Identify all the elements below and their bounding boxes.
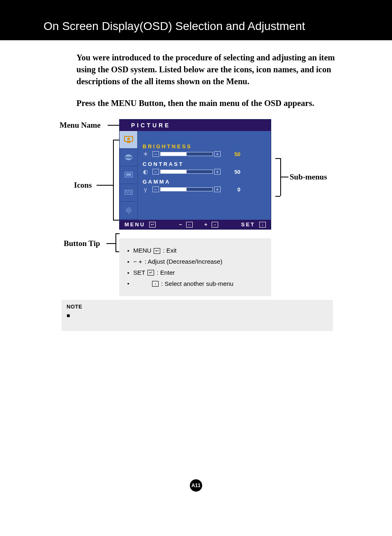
osd-body: RGB BRIGHTNESS☀−+50CONTRAST◐−+50GAMMAγ−+… [120,131,271,220]
picture-icon[interactable] [120,131,138,149]
svg-rect-2 [127,142,130,143]
setup-icon[interactable] [120,202,138,219]
svg-rect-6 [126,173,131,176]
enter-icon: ↵ [148,270,154,276]
slider-track[interactable] [160,187,213,191]
tip-lead: − + [133,257,142,267]
down-icon: ↓ [152,281,159,287]
down-arrow-icon: ↓ [259,222,266,228]
anno-icons: Icons [74,181,92,190]
left-arrow-icon: ← [186,222,193,228]
position-icon[interactable] [120,166,138,184]
page-number: A11 [190,479,202,492]
intro-para-2: Press the MENU Button, then the main men… [76,97,356,109]
footer-menu-label: MENU [125,221,145,228]
page-title: On Screen Display(OSD) Selection and Adj… [44,20,392,33]
footer-set-label: SET [241,221,255,228]
osd-sliders: BRIGHTNESS☀−+50CONTRAST◐−+50GAMMAγ−+0 [138,131,271,220]
slider-glyph-icon: ◐ [141,168,150,175]
slider-value: 50 [227,169,240,175]
right-arrow-icon: → [212,222,218,228]
exit-icon: ↩ [149,222,156,228]
svg-line-15 [130,208,131,209]
increase-button[interactable]: + [214,186,221,192]
footer-minus: − [179,221,182,228]
anno-button-tip: Button Tip [64,239,100,248]
slider-label: GAMMA [143,179,267,185]
slider-value: 0 [227,186,240,193]
bullet-icon: ■ [127,260,129,265]
osd-icon-column: RGB [120,131,138,220]
decrease-button[interactable]: − [152,151,159,157]
intro-para-1: You were introduced to the procedure of … [76,52,356,87]
increase-button[interactable]: + [214,169,221,175]
slider-value: 50 [227,151,240,157]
intro-text: You were introduced to the procedure of … [76,52,356,109]
tip-text: : Select another sub-menu [161,279,233,289]
slider-brightness: BRIGHTNESS☀−+50 [141,143,267,158]
slider-track[interactable] [160,152,213,156]
osd-panel: PICTURE RGB BRIGHTNESS☀−+50CONT [119,119,271,230]
osd-diagram: Menu Name Icons Button Tip Sub-menus PIC… [62,119,357,300]
svg-line-13 [126,208,127,209]
increase-button[interactable]: + [214,151,221,157]
slider-contrast: CONTRAST◐−+50 [141,161,267,175]
note-heading: NOTE [67,304,82,310]
anno-menu-name: Menu Name [60,121,101,130]
slider-glyph-icon: ☀ [141,151,150,157]
bullet-icon: ■ [127,281,129,286]
decrease-button[interactable]: − [152,169,159,175]
osd-title: PICTURE [120,120,271,131]
tracking-icon[interactable] [120,184,138,202]
tip-text: : Adjust (Decrease/Increase) [145,257,222,267]
decrease-button[interactable]: − [152,186,159,192]
anno-sub-menus: Sub-menus [290,173,327,182]
note-box: NOTE ■ [62,300,333,331]
slider-label: CONTRAST [143,161,267,167]
button-tip-box: ■MENU↩: Exit■− +: Adjust (Decrease/Incre… [119,238,271,296]
tip-row: ■− +: Adjust (Decrease/Increase) [127,257,265,267]
tip-lead: SET [133,268,145,278]
svg-point-1 [127,138,130,140]
bullet-icon: ■ [127,271,129,276]
tip-lead: MENU [133,246,151,256]
tip-row: ■↓: Select another sub-menu [127,279,265,289]
svg-text:RGB: RGB [125,156,132,159]
color-icon[interactable]: RGB [120,149,138,166]
slider-glyph-icon: γ [141,186,150,193]
bullet-icon: ■ [127,248,129,253]
svg-line-16 [126,212,127,213]
svg-line-14 [130,212,131,213]
footer-plus: + [204,221,208,228]
slider-gamma: GAMMAγ−+0 [141,179,267,193]
tip-text: : Enter [157,268,175,278]
tip-row: ■MENU↩: Exit [127,246,265,256]
svg-point-8 [127,209,130,212]
slider-label: BRIGHTNESS [143,143,267,150]
slider-track[interactable] [160,170,213,174]
note-bullet: ■ [67,312,70,319]
osd-footer-bar: MENU↩ −← +→ SET↓ [120,220,271,229]
tip-row: ■SET↵: Enter [127,268,265,278]
page-header: On Screen Display(OSD) Selection and Adj… [0,0,392,40]
exit-icon: ↩ [154,248,160,254]
tip-text: : Exit [163,246,176,256]
